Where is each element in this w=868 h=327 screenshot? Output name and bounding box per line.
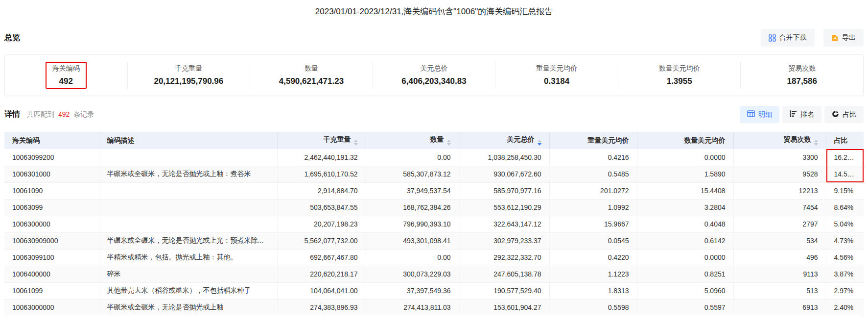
- cell-kg-weight: 503,653,847.55: [277, 199, 366, 216]
- column-header-trade-count[interactable]: 贸易次数: [733, 132, 826, 149]
- stat-item-usd-total: 美元总价6,406,203,340.83: [373, 62, 495, 89]
- cell-usd-per-kg: 1.8313: [549, 282, 637, 299]
- merge-download-button[interactable]: 合并下载: [761, 29, 815, 47]
- cell-kg-weight: 5,562,077,732.00: [277, 232, 366, 249]
- stat-box: 美元总价6,406,203,340.83: [395, 62, 473, 89]
- cell-hs-code: 10061090: [4, 182, 99, 199]
- column-header-label: 千克重量: [324, 135, 351, 143]
- sort-carets-icon[interactable]: [538, 140, 541, 146]
- table-row: 10063000000半碾米或全碾米，无论是否抛光或上釉274,383,896.…: [4, 299, 864, 316]
- export-file-icon: [831, 34, 839, 42]
- table-header-row: 海关编码编码描述千克重量数量美元总价重量美元均价数量美元均价贸易次数占比: [4, 132, 864, 149]
- pie-icon: [832, 110, 839, 119]
- stat-label-trade-count: 贸易次数: [787, 64, 817, 73]
- column-header-quantity[interactable]: 数量: [366, 132, 459, 149]
- stat-value-kg-weight: 20,121,195,790.96: [154, 76, 223, 86]
- table-row: 10063099100半精米或精米，包括。抛光或上釉：其他。692,667,46…: [4, 249, 864, 266]
- stat-item-usd-per-qty: 数量美元均价1.3955: [618, 62, 741, 89]
- cell-trade-count: 9113: [733, 266, 826, 282]
- stat-label-usd-per-qty: 数量美元均价: [659, 64, 700, 73]
- view-button-detail[interactable]: 明细: [740, 106, 779, 123]
- sort-desc-icon[interactable]: [447, 143, 451, 146]
- cell-trade-count: 12213: [733, 182, 826, 199]
- cell-hs-code: 10063099200: [4, 149, 99, 166]
- match-suffix: 条记录: [73, 110, 94, 118]
- column-header-label: 数量: [430, 135, 444, 143]
- cell-share: 2.97%: [826, 282, 864, 299]
- cell-usd-per-kg: 0.4216: [549, 149, 637, 166]
- cell-hs-code: 10063099100: [4, 249, 99, 266]
- table-row: 100630909000半碾米或全碾米，无论是否抛光或上光：预煮米除...5,5…: [4, 232, 864, 249]
- cell-usd-per-kg: 1.1223: [549, 266, 637, 282]
- sort-carets-icon[interactable]: [354, 140, 358, 146]
- sort-desc-icon[interactable]: [354, 143, 358, 146]
- merge-grid-icon: [769, 34, 776, 42]
- cell-usd-total: 302,979,233.37: [459, 232, 549, 249]
- stat-box: 贸易次数187,586: [780, 62, 824, 89]
- details-header: 详情 共匹配到 492 条记录 明细: [4, 106, 864, 123]
- cell-usd-per-qty: 0.8251: [637, 266, 733, 282]
- cell-kg-weight: 274,383,896.93: [277, 299, 366, 316]
- table-row: 10061099其他带壳大米（稻谷或糙米），不包括稻米种子104,064,041…: [4, 282, 864, 299]
- cell-trade-count: 9528: [733, 166, 826, 182]
- sort-asc-icon[interactable]: [354, 140, 358, 142]
- sort-desc-icon[interactable]: [814, 143, 818, 146]
- sort-asc-icon[interactable]: [814, 140, 818, 142]
- cell-quantity: 493,301,098.41: [366, 232, 459, 249]
- cell-hs-code: 10063000000: [4, 299, 99, 316]
- cell-kg-weight: 220,620,218.17: [277, 266, 366, 282]
- column-header-usd-total[interactable]: 美元总价: [459, 132, 549, 149]
- view-button-ranking[interactable]: 排名: [782, 106, 821, 123]
- cell-usd-per-kg: 201.0272: [549, 182, 637, 199]
- column-header-label: 重量美元均价: [588, 136, 629, 144]
- cell-share: 16.21%: [826, 149, 864, 166]
- cell-hs-code: 10063099: [4, 199, 99, 216]
- cell-usd-per-qty: 0.0000: [637, 249, 733, 266]
- cell-share: 4.56%: [826, 249, 864, 266]
- cell-share: 8.64%: [826, 199, 864, 216]
- cell-usd-total: 292,322,332.70: [459, 249, 549, 266]
- cell-description: 半碾米或全碾米，无论是否抛光或上釉: [99, 299, 277, 316]
- stat-label-quantity: 数量: [279, 64, 344, 73]
- sort-asc-icon[interactable]: [538, 140, 541, 142]
- cell-kg-weight: 104,064,041.00: [277, 282, 366, 299]
- stat-value-usd-per-qty: 1.3955: [659, 76, 700, 86]
- column-header-label: 美元总价: [507, 135, 535, 143]
- sort-desc-icon[interactable]: [538, 143, 541, 146]
- overview-stats: 海关编码492千克重量20,121,195,790.96数量4,590,621,…: [4, 54, 864, 96]
- cell-description: 半精米或精米，包括。抛光或上釉：其他。: [99, 249, 277, 266]
- column-header-hs-code: 海关编码: [4, 132, 99, 149]
- cell-usd-per-kg: 15.9667: [549, 216, 637, 232]
- column-header-usd-per-kg: 重量美元均价: [549, 132, 637, 149]
- table-row: 100630992002,462,440,191.320.001,038,258…: [4, 149, 864, 166]
- stat-item-hs-code: 海关编码492: [5, 62, 127, 89]
- stat-item-trade-count: 贸易次数187,586: [740, 62, 863, 89]
- cell-usd-per-qty: 0.4048: [637, 216, 733, 232]
- sort-asc-icon[interactable]: [447, 140, 451, 142]
- column-header-share: 占比: [826, 132, 864, 149]
- cell-hs-code: 1006400000: [4, 266, 99, 282]
- cell-hs-code: 10061099: [4, 282, 99, 299]
- details-section-title: 详情: [4, 109, 20, 120]
- view-button-share[interactable]: 占比: [824, 106, 864, 123]
- cell-quantity: 585,307,873.12: [366, 166, 459, 182]
- stat-box: 重量美元均价0.3184: [529, 62, 584, 89]
- table-row: 10063099503,653,847.55168,762,384.26553,…: [4, 199, 864, 216]
- column-header-kg-weight[interactable]: 千克重量: [277, 132, 366, 149]
- match-count: 492: [58, 110, 70, 118]
- cell-quantity: 168,762,384.26: [366, 199, 459, 216]
- overview-actions: 合并下载 导出: [761, 29, 864, 47]
- cell-share: 3.87%: [826, 266, 864, 282]
- page: 2023/01/01-2023/12/31,海关编码包含"1006"的海关编码汇…: [0, 0, 868, 316]
- stat-label-hs-code: 海关编码: [52, 64, 80, 73]
- sort-carets-icon[interactable]: [814, 140, 818, 146]
- cell-kg-weight: 20,207,198.23: [277, 216, 366, 232]
- cell-description: 碎米: [99, 266, 277, 282]
- stat-box: 数量美元均价1.3955: [652, 62, 707, 89]
- sort-carets-icon[interactable]: [447, 140, 451, 146]
- cell-trade-count: 513: [733, 282, 826, 299]
- export-button[interactable]: 导出: [823, 29, 864, 47]
- stat-value-usd-per-kg: 0.3184: [536, 76, 577, 86]
- cell-kg-weight: 692,667,467.80: [277, 249, 366, 266]
- export-label: 导出: [842, 33, 856, 42]
